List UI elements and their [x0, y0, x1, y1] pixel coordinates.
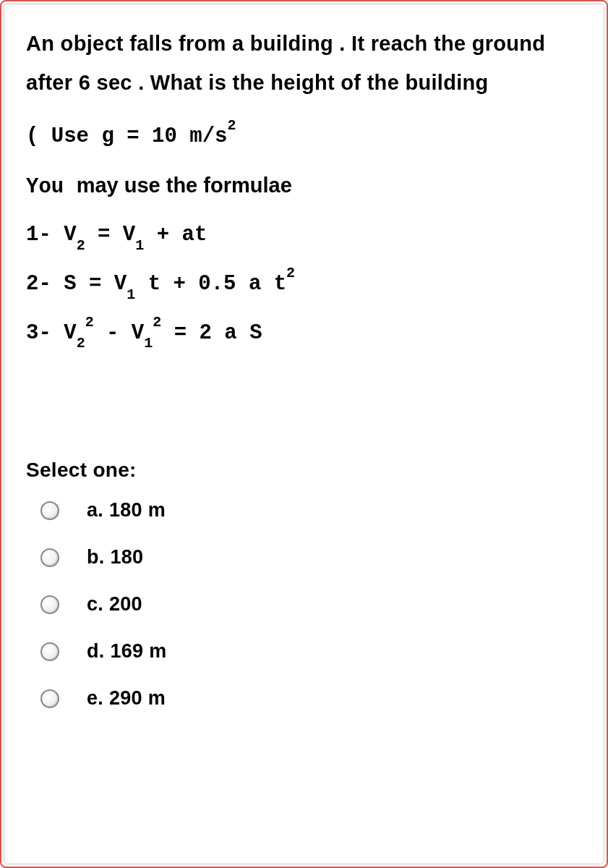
- formula1-mid: = V: [85, 223, 136, 247]
- option-b-label: b. 180: [87, 546, 143, 569]
- question-card-outer: An object falls from a building . It rea…: [0, 0, 608, 868]
- option-a-label: a. 180 m: [87, 499, 166, 522]
- formula1-sub2: 1: [135, 237, 144, 254]
- formula3-mid1: - V: [94, 320, 145, 344]
- formula1-suffix: + at: [144, 223, 207, 247]
- select-one-label: Select one:: [26, 459, 582, 482]
- use-g-line: ( Use g = 10 m/s2: [26, 119, 582, 152]
- option-c-label: c. 200: [87, 593, 142, 616]
- formula-3: 3- V22 - V12 = 2 a S: [26, 316, 582, 350]
- option-b[interactable]: b. 180: [40, 546, 582, 569]
- option-c[interactable]: c. 200: [40, 593, 582, 616]
- formula3-sup2: 2: [153, 314, 161, 331]
- formula1-prefix: 1- V: [26, 223, 77, 247]
- radio-a[interactable]: [40, 501, 59, 520]
- option-e-label: e. 290 m: [87, 687, 166, 710]
- formula-2: 2- S = V1 t + 0.5 a t2: [26, 267, 582, 301]
- formula2-sub1: 1: [127, 286, 135, 303]
- formulae-intro-you: You: [26, 175, 77, 199]
- option-d-label: d. 169 m: [87, 640, 166, 663]
- question-prompt: An object falls from a building . It rea…: [26, 25, 582, 102]
- formula3-sup1: 2: [85, 314, 94, 331]
- formula2-sup: 2: [286, 265, 295, 281]
- radio-e[interactable]: [40, 689, 59, 708]
- formula3-sub2: 1: [144, 335, 153, 352]
- formula-1: 1- V2 = V1 + at: [26, 219, 582, 252]
- formula3-prefix: 3- V: [26, 320, 77, 344]
- formulae-intro: You may use the formulae: [26, 174, 582, 199]
- formula2-prefix: 2- S = V: [26, 272, 127, 296]
- option-a[interactable]: a. 180 m: [40, 499, 582, 522]
- question-card-inner: An object falls from a building . It rea…: [4, 4, 604, 864]
- formulae-intro-rest: may use the formulae: [77, 174, 292, 197]
- option-d[interactable]: d. 169 m: [40, 640, 582, 663]
- radio-c[interactable]: [40, 595, 59, 614]
- use-g-prefix: ( Use g = 10 m/s: [26, 124, 227, 148]
- option-e[interactable]: e. 290 m: [40, 687, 582, 710]
- formula-list: 1- V2 = V1 + at 2- S = V1 t + 0.5 a t2 3…: [26, 219, 582, 350]
- use-g-sup: 2: [227, 117, 236, 134]
- options-list: a. 180 m b. 180 c. 200 d. 169 m e. 290 m: [26, 499, 582, 710]
- formula3-sub1: 2: [77, 335, 85, 352]
- radio-d[interactable]: [40, 642, 59, 661]
- radio-b[interactable]: [40, 548, 59, 567]
- formula3-suffix: = 2 a S: [161, 320, 262, 344]
- formula2-mid: t + 0.5 a t: [135, 272, 286, 296]
- formula1-sub1: 2: [77, 237, 85, 254]
